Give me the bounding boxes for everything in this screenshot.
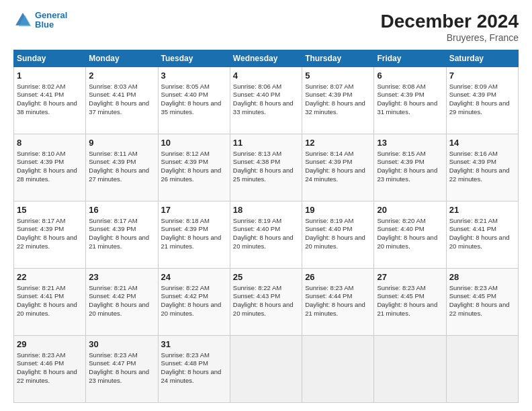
sunset-label: Sunset: 4:39 PM bbox=[377, 158, 424, 165]
sunrise-label: Sunrise: 8:02 AM bbox=[17, 83, 65, 90]
sunset-label: Sunset: 4:41 PM bbox=[17, 91, 64, 98]
calendar-cell: 4 Sunrise: 8:06 AM Sunset: 4:40 PM Dayli… bbox=[230, 67, 302, 134]
sunrise-label: Sunrise: 8:08 AM bbox=[377, 83, 425, 90]
calendar-cell: 12 Sunrise: 8:14 AM Sunset: 4:39 PM Dayl… bbox=[302, 134, 374, 201]
sunrise-label: Sunrise: 8:03 AM bbox=[89, 83, 137, 90]
calendar-cell: 19 Sunrise: 8:19 AM Sunset: 4:40 PM Dayl… bbox=[302, 201, 374, 269]
sunset-label: Sunset: 4:39 PM bbox=[305, 158, 352, 165]
calendar-cell: 23 Sunrise: 8:21 AM Sunset: 4:42 PM Dayl… bbox=[86, 269, 158, 336]
daylight-label: Daylight: 8 hours and 23 minutes. bbox=[89, 368, 149, 384]
calendar-cell: 15 Sunrise: 8:17 AM Sunset: 4:39 PM Dayl… bbox=[14, 201, 86, 269]
sunset-label: Sunset: 4:45 PM bbox=[449, 292, 496, 300]
day-number: 25 bbox=[233, 271, 299, 283]
sunset-label: Sunset: 4:47 PM bbox=[89, 359, 136, 367]
sunset-label: Sunset: 4:40 PM bbox=[233, 91, 280, 98]
day-number: 6 bbox=[377, 70, 443, 82]
header: General Blue December 2024 Bruyeres, Fra… bbox=[13, 11, 519, 43]
daylight-label: Daylight: 8 hours and 24 minutes. bbox=[161, 368, 222, 384]
daylight-label: Daylight: 8 hours and 35 minutes. bbox=[161, 99, 222, 116]
sunset-label: Sunset: 4:42 PM bbox=[161, 292, 208, 300]
sunset-label: Sunset: 4:41 PM bbox=[17, 292, 64, 300]
sunrise-label: Sunrise: 8:05 AM bbox=[161, 83, 210, 90]
calendar-cell: 14 Sunrise: 8:16 AM Sunset: 4:39 PM Dayl… bbox=[446, 134, 518, 201]
daylight-label: Daylight: 8 hours and 21 minutes. bbox=[305, 301, 365, 317]
calendar-cell bbox=[446, 336, 518, 403]
day-number: 9 bbox=[89, 137, 154, 149]
calendar-cell: 25 Sunrise: 8:22 AM Sunset: 4:43 PM Dayl… bbox=[230, 269, 302, 336]
daylight-label: Daylight: 8 hours and 26 minutes. bbox=[161, 167, 222, 183]
day-number: 7 bbox=[449, 70, 515, 82]
day-number: 1 bbox=[17, 70, 83, 82]
sunrise-label: Sunrise: 8:16 AM bbox=[449, 150, 498, 157]
daylight-label: Daylight: 8 hours and 22 minutes. bbox=[17, 234, 77, 250]
sunrise-label: Sunrise: 8:17 AM bbox=[17, 217, 65, 224]
sunrise-label: Sunrise: 8:10 AM bbox=[17, 150, 65, 157]
daylight-label: Daylight: 8 hours and 21 minutes. bbox=[89, 234, 149, 250]
sunrise-label: Sunrise: 8:07 AM bbox=[305, 83, 353, 90]
sunrise-label: Sunrise: 8:17 AM bbox=[89, 217, 137, 224]
daylight-label: Daylight: 8 hours and 25 minutes. bbox=[233, 167, 294, 183]
day-number: 10 bbox=[161, 137, 227, 149]
calendar-cell: 28 Sunrise: 8:23 AM Sunset: 4:45 PM Dayl… bbox=[446, 269, 518, 336]
sunrise-label: Sunrise: 8:21 AM bbox=[89, 284, 137, 291]
sunset-label: Sunset: 4:39 PM bbox=[89, 225, 136, 232]
day-number: 24 bbox=[161, 271, 227, 283]
daylight-label: Daylight: 8 hours and 29 minutes. bbox=[449, 99, 510, 116]
sunrise-label: Sunrise: 8:23 AM bbox=[449, 284, 498, 291]
sunset-label: Sunset: 4:40 PM bbox=[161, 91, 208, 98]
calendar-cell: 11 Sunrise: 8:13 AM Sunset: 4:38 PM Dayl… bbox=[230, 134, 302, 201]
sunrise-label: Sunrise: 8:13 AM bbox=[233, 150, 281, 157]
col-thursday: Thursday bbox=[302, 50, 374, 67]
daylight-label: Daylight: 8 hours and 31 minutes. bbox=[377, 99, 437, 116]
daylight-label: Daylight: 8 hours and 20 minutes. bbox=[305, 234, 365, 250]
sunrise-label: Sunrise: 8:15 AM bbox=[377, 150, 425, 157]
day-number: 22 bbox=[17, 271, 83, 283]
calendar-week-row: 1 Sunrise: 8:02 AM Sunset: 4:41 PM Dayli… bbox=[14, 67, 519, 134]
day-number: 13 bbox=[377, 137, 443, 149]
sunset-label: Sunset: 4:39 PM bbox=[305, 91, 352, 98]
day-number: 17 bbox=[161, 204, 227, 216]
day-number: 26 bbox=[305, 271, 371, 283]
day-number: 20 bbox=[377, 204, 443, 216]
col-wednesday: Wednesday bbox=[230, 50, 302, 67]
sunrise-label: Sunrise: 8:06 AM bbox=[233, 83, 281, 90]
calendar-cell: 8 Sunrise: 8:10 AM Sunset: 4:39 PM Dayli… bbox=[14, 134, 86, 201]
sunset-label: Sunset: 4:41 PM bbox=[89, 91, 136, 98]
daylight-label: Daylight: 8 hours and 20 minutes. bbox=[17, 301, 77, 317]
sunset-label: Sunset: 4:39 PM bbox=[17, 158, 64, 165]
sunrise-label: Sunrise: 8:23 AM bbox=[377, 284, 425, 291]
sunset-label: Sunset: 4:41 PM bbox=[449, 225, 496, 232]
month-title: December 2024 bbox=[381, 11, 519, 32]
calendar-cell bbox=[374, 336, 446, 403]
calendar-cell: 3 Sunrise: 8:05 AM Sunset: 4:40 PM Dayli… bbox=[158, 67, 230, 134]
col-sunday: Sunday bbox=[14, 50, 86, 67]
logo-text: General Blue bbox=[35, 11, 67, 30]
sunrise-label: Sunrise: 8:19 AM bbox=[305, 217, 353, 224]
daylight-label: Daylight: 8 hours and 20 minutes. bbox=[233, 301, 294, 317]
page: General Blue December 2024 Bruyeres, Fra… bbox=[0, 0, 532, 411]
logo-icon bbox=[13, 11, 32, 30]
day-number: 28 bbox=[449, 271, 515, 283]
calendar-cell: 31 Sunrise: 8:23 AM Sunset: 4:48 PM Dayl… bbox=[158, 336, 230, 403]
calendar-cell: 9 Sunrise: 8:11 AM Sunset: 4:39 PM Dayli… bbox=[86, 134, 158, 201]
sunrise-label: Sunrise: 8:23 AM bbox=[17, 351, 65, 359]
calendar-cell: 29 Sunrise: 8:23 AM Sunset: 4:46 PM Dayl… bbox=[14, 336, 86, 403]
sunset-label: Sunset: 4:48 PM bbox=[161, 359, 208, 367]
calendar-cell: 24 Sunrise: 8:22 AM Sunset: 4:42 PM Dayl… bbox=[158, 269, 230, 336]
col-friday: Friday bbox=[374, 50, 446, 67]
calendar-cell: 18 Sunrise: 8:19 AM Sunset: 4:40 PM Dayl… bbox=[230, 201, 302, 269]
daylight-label: Daylight: 8 hours and 23 minutes. bbox=[377, 167, 437, 183]
daylight-label: Daylight: 8 hours and 38 minutes. bbox=[17, 99, 77, 116]
calendar-cell: 6 Sunrise: 8:08 AM Sunset: 4:39 PM Dayli… bbox=[374, 67, 446, 134]
sunrise-label: Sunrise: 8:20 AM bbox=[377, 217, 425, 224]
col-monday: Monday bbox=[86, 50, 158, 67]
sunrise-label: Sunrise: 8:18 AM bbox=[161, 217, 210, 224]
day-number: 12 bbox=[305, 137, 371, 149]
sunset-label: Sunset: 4:45 PM bbox=[377, 292, 424, 300]
day-number: 29 bbox=[17, 338, 83, 351]
calendar-cell: 1 Sunrise: 8:02 AM Sunset: 4:41 PM Dayli… bbox=[14, 67, 86, 134]
day-number: 31 bbox=[161, 338, 227, 351]
daylight-label: Daylight: 8 hours and 20 minutes. bbox=[449, 234, 510, 250]
calendar-cell: 27 Sunrise: 8:23 AM Sunset: 4:45 PM Dayl… bbox=[374, 269, 446, 336]
day-number: 8 bbox=[17, 137, 83, 149]
